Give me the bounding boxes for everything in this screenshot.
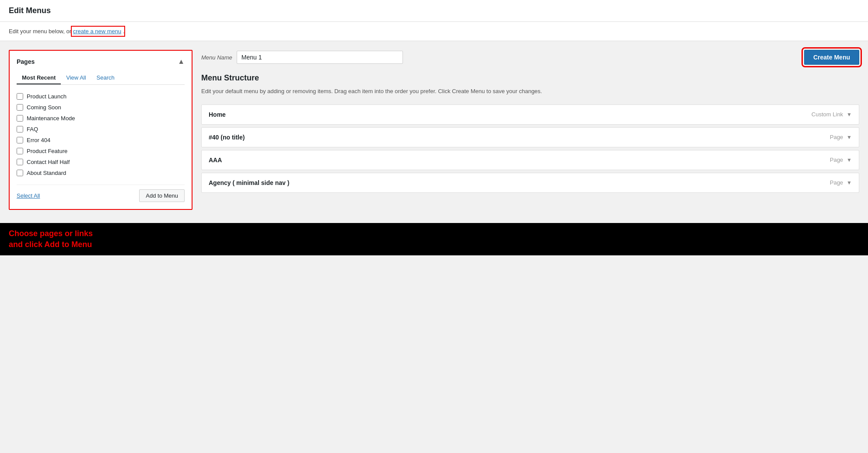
page-label: Error 404	[27, 137, 50, 143]
menu-item-40-no-title: #40 (no title) Page ▼	[201, 127, 859, 147]
create-new-menu-link[interactable]: create a new menu	[73, 28, 122, 35]
create-new-menu-highlight: create a new menu	[73, 28, 123, 35]
page-label: Contact Half Half	[27, 159, 70, 165]
content-area: Pages ▲ Most Recent View All Search Prod…	[0, 41, 868, 219]
menu-item-right: Page ▼	[830, 179, 852, 186]
panel-header: Pages ▲	[17, 58, 185, 66]
checkbox-contact-half-half[interactable]	[17, 159, 23, 165]
menu-item-type: Custom Link	[812, 111, 843, 118]
chevron-down-icon[interactable]: ▼	[847, 134, 852, 140]
pages-checkbox-list: Product Launch Coming Soon Maintenance M…	[17, 91, 185, 178]
menu-items-list: Home Custom Link ▼ #40 (no title) Page ▼	[201, 105, 859, 193]
chevron-down-icon[interactable]: ▼	[847, 180, 852, 186]
page-label: FAQ	[27, 126, 38, 132]
checkbox-product-launch[interactable]	[17, 93, 23, 100]
bottom-bar-line2: and click Add to Menu	[9, 240, 92, 249]
page-wrapper: Edit Menus Edit your menu below, or crea…	[0, 0, 868, 453]
panel-footer: Select All Add to Menu	[17, 185, 185, 202]
bottom-bar-text: Choose pages or links and click Add to M…	[9, 228, 859, 250]
tab-search[interactable]: Search	[91, 72, 120, 84]
menu-item-name: AAA	[209, 157, 222, 164]
menu-structure-section: Menu Structure Edit your default menu by…	[201, 73, 859, 193]
page-label: Product Launch	[27, 93, 66, 100]
pages-panel: Pages ▲ Most Recent View All Search Prod…	[9, 50, 192, 210]
list-item: Contact Half Half	[17, 157, 185, 167]
menu-item-agency: Agency ( minimal side nav ) Page ▼	[201, 173, 859, 193]
menu-item-name: Agency ( minimal side nav )	[209, 179, 289, 186]
menu-name-left: Menu Name	[201, 51, 403, 64]
menu-item-right: Custom Link ▼	[812, 111, 852, 118]
chevron-down-icon[interactable]: ▼	[847, 112, 852, 118]
subheader-text-after: .	[123, 28, 125, 35]
add-to-menu-button[interactable]: Add to Menu	[139, 189, 185, 202]
tab-most-recent[interactable]: Most Recent	[17, 72, 61, 84]
subheader-bar: Edit your menu below, or create a new me…	[0, 22, 868, 41]
menu-item-aaa: AAA Page ▼	[201, 150, 859, 170]
checkbox-error-404[interactable]	[17, 137, 23, 143]
select-all-link[interactable]: Select All	[17, 192, 40, 199]
list-item: Product Feature	[17, 146, 185, 157]
list-item: Coming Soon	[17, 102, 185, 113]
page-label: Maintenance Mode	[27, 115, 75, 122]
page-header: Edit Menus	[0, 0, 868, 22]
checkbox-maintenance-mode[interactable]	[17, 115, 23, 122]
list-item: About Standard	[17, 167, 185, 178]
list-item: Product Launch	[17, 91, 185, 102]
list-item: Error 404	[17, 135, 185, 146]
list-item: FAQ	[17, 124, 185, 135]
checkbox-about-standard[interactable]	[17, 170, 23, 176]
checkbox-faq[interactable]	[17, 126, 23, 132]
menu-item-home: Home Custom Link ▼	[201, 105, 859, 125]
subheader-text-before: Edit your menu below, or	[9, 28, 73, 35]
menu-item-name: #40 (no title)	[209, 134, 245, 141]
panel-toggle-icon[interactable]: ▲	[178, 58, 185, 66]
chevron-down-icon[interactable]: ▼	[847, 157, 852, 163]
menu-item-right: Page ▼	[830, 134, 852, 140]
menu-item-right: Page ▼	[830, 157, 852, 163]
page-label: About Standard	[27, 170, 66, 176]
menu-item-name: Home	[209, 111, 226, 118]
menu-item-type: Page	[830, 134, 843, 140]
menu-item-type: Page	[830, 157, 843, 163]
menu-name-label: Menu Name	[201, 54, 232, 61]
panel-title: Pages	[17, 58, 35, 65]
menu-item-type: Page	[830, 179, 843, 186]
tab-view-all[interactable]: View All	[61, 72, 91, 84]
menu-name-row: Menu Name Create Menu	[201, 50, 859, 65]
bottom-bar-line1: Choose pages or links	[9, 229, 93, 238]
menu-name-input[interactable]	[237, 51, 403, 64]
tabs-row: Most Recent View All Search	[17, 72, 185, 85]
page-title: Edit Menus	[9, 6, 859, 15]
checkbox-product-feature[interactable]	[17, 148, 23, 154]
list-item: Maintenance Mode	[17, 113, 185, 124]
create-menu-button[interactable]: Create Menu	[804, 50, 859, 65]
checkbox-coming-soon[interactable]	[17, 104, 23, 111]
menu-structure-description: Edit your default menu by adding or remo…	[201, 87, 859, 96]
page-label: Product Feature	[27, 148, 67, 154]
menu-structure-title: Menu Structure	[201, 73, 859, 83]
menu-panel: Menu Name Create Menu Menu Structure Edi…	[201, 50, 859, 193]
page-label: Coming Soon	[27, 104, 61, 111]
bottom-annotation-bar: Choose pages or links and click Add to M…	[0, 223, 868, 255]
